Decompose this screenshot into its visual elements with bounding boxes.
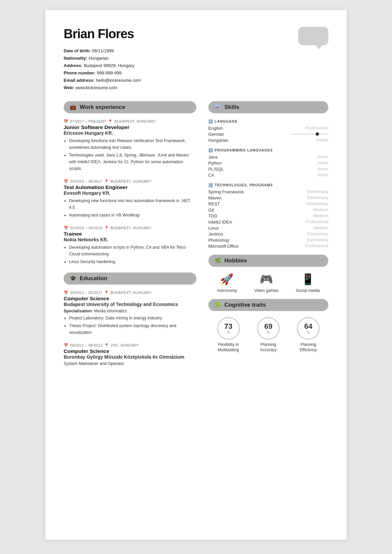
edu-entry-2: 📅 09/2011 – 06/2012 📍 VÁC, HUNGARY Compu… [64,343,196,366]
work-experience-section: 💼 Work experience 📅 07/2017 – PRESENT 📍 … [64,101,196,265]
work-entry-1: 📅 07/2017 – PRESENT 📍 BUDAPEST, HUNGARY … [64,119,196,172]
speech-bubble [298,27,328,45]
skill-rest: REST Elementary [208,201,328,206]
education-section-label: Education [80,275,107,282]
dob-row: Date of birth: 09/11/1999 [64,47,328,55]
edu-bullets-1: Project Laboratory: Data mining in energ… [64,315,196,336]
spec-value: Media informatics [94,309,127,313]
work-date-1: 07/2017 – PRESENT [70,119,107,123]
right-column: ⚗️ Skills ℹ️ LANGUAGE English Profession… [208,101,328,373]
edu-degree-2: Computer Science [64,348,196,354]
address-label: Address: [64,63,82,68]
lang-hungarian-level: Native [317,138,328,142]
prog-lang-category: ℹ️ PROGRAMMING LANGUAGES Java Junior Pyt… [208,148,328,178]
trait-pct-3: % [307,330,310,334]
tech-category: ℹ️ TECHNOLOGIES, PROGRAMS Spring Framewo… [208,183,328,249]
job-title-1: Junior Software Developer [64,124,196,130]
nationality-label: Nationality: [64,56,87,61]
trait-label-1: Flexibility in Multitasking [213,342,244,353]
skill-english: English Professional [208,126,328,131]
cognitive-row: 73 % Flexibility in Multitasking 69 % Pl… [208,317,328,353]
skills-icon: ⚗️ [214,104,221,110]
trait-efficiency: 64 % Planning Efficiency [293,317,323,353]
trait-num-1: 73 [224,323,232,330]
edu-date-2: 09/2011 – 06/2012 [70,343,103,347]
edu-bullet-1-1: Thesis Project: Distributed system topol… [69,322,196,336]
edu-meta-1: 📅 09/2012 – 01/2017 📍 BUDAPEST, HUNGARY [64,291,196,295]
work-location-1: BUDAPEST, HUNGARY [115,119,155,123]
address-value: Budapest 99929, Hungary [84,63,134,68]
prog-lang-cat-label: ℹ️ PROGRAMMING LANGUAGES [208,148,328,152]
bullet-3-1: Linux Security hardening [69,258,196,265]
info-icon-lang: ℹ️ [208,119,213,124]
skill-photoshop: Photoshop Elementary [208,238,328,243]
briefcase-icon: 💼 [70,104,76,110]
job-title-3: Trainee [64,231,196,237]
work-meta-1: 📅 07/2017 – PRESENT 📍 BUDAPEST, HUNGARY [64,119,196,124]
resume-page: Brian Flores Date of birth: 09/11/1999 N… [45,10,347,540]
socialmedia-icon: 📱 [301,273,315,286]
skill-maven: Maven Elementary [208,195,328,200]
videogames-icon: 🎮 [260,273,273,286]
bullet-1-1: Technologies used: Java 1.8, Spring, JBe… [69,152,196,172]
hobbies-row: 🚀 Astronomy 🎮 Video games 📱 Social media [208,273,328,293]
skills-header: ⚗️ Skills [208,101,328,113]
edu-date-1: 09/2012 – 01/2017 [70,291,103,295]
trait-flexibility: 73 % Flexibility in Multitasking [213,317,244,353]
edu-meta-2: 📅 09/2011 – 06/2012 📍 VÁC, HUNGARY [64,343,196,348]
lang-english-level: Professional [305,126,328,130]
dob-value: 09/11/1999 [92,48,114,53]
socialmedia-label: Social media [296,288,320,293]
trait-circle-2: 69 % [257,317,280,340]
language-category: ℹ️ LANGUAGE English Professional German [208,119,328,143]
edu-degree-1: Computer Science [64,296,196,302]
skill-spring: Spring Framework Elementary [208,189,328,194]
trait-num-3: 64 [304,323,312,330]
spec-label: Specialisation [64,309,92,313]
edu-location-1: BUDAPEST, HUNGARY [111,291,151,295]
work-entry-3: 📅 02/2016 – 08/2016 📍 BUDAPEST, HUNGARY … [64,226,196,265]
hobbies-section: 🌿 Hobbies 🚀 Astronomy 🎮 Video games 📱 So… [208,255,328,293]
location-icon-1: 📍 [108,119,113,124]
nationality-value: Hungarian [88,56,109,61]
trait-label-2: Planning Accuracy [253,342,283,353]
bullet-2-0: Developing new functions into test autom… [69,197,196,211]
hobbies-header: 🌿 Hobbies [208,255,328,267]
cal-icon-edu-1: 📅 [64,291,69,295]
skill-msoffice: Microsoft Office Professional [208,244,328,249]
hobby-astronomy: 🚀 Astronomy [217,273,237,293]
trait-circle-3: 64 % [297,317,320,340]
videogames-label: Video games [254,288,279,293]
nationality-row: Nationality: Hungarian [64,55,328,62]
address-row: Address: Budapest 99929, Hungary [64,62,328,69]
location-icon-2: 📍 [104,179,109,184]
german-bar [291,134,328,135]
calendar-icon-3: 📅 [64,226,69,230]
calendar-icon-1: 📅 [64,119,69,124]
work-location-2: BUDAPEST, HUNGARY [111,179,151,183]
trait-pct-1: % [227,330,230,334]
work-experience-header: 💼 Work experience [64,101,196,113]
education-header: 🎓 Education [64,272,196,285]
edu-location-2: VÁC, HUNGARY [111,343,139,347]
astronomy-icon: 🚀 [220,273,234,286]
skill-java: Java Junior [208,155,328,160]
info-icon-prog: ℹ️ [208,148,213,152]
hobbies-icon: 🌿 [214,257,221,264]
bullet-2-1: Automating test cases in VB WinWrap [69,212,196,219]
graduation-icon: 🎓 [70,275,76,282]
lang-english-name: English [208,126,223,131]
astronomy-label: Astronomy [217,288,237,293]
web-label: Web: [64,85,74,90]
cal-icon-edu-2: 📅 [64,343,69,348]
edu-extra-2: System Maintainer and Operator [64,361,196,366]
cognitive-section-label: Cognitive traits [224,302,266,308]
header-section: Brian Flores Date of birth: 09/11/1999 N… [64,27,328,92]
work-entry-2: 📅 09/2016 – 06/2017 📍 BUDAPEST, HUNGARY … [64,179,196,219]
company-3: Nokia Networks Kft. [64,237,196,242]
skill-plsql: PL/SQL Junior [208,167,328,172]
hobby-socialmedia: 📱 Social media [296,273,320,293]
trait-label-3: Planning Efficiency [293,342,323,353]
email-row: Email address: hello@kickresume.com [64,77,328,84]
german-bar-track [291,134,328,135]
